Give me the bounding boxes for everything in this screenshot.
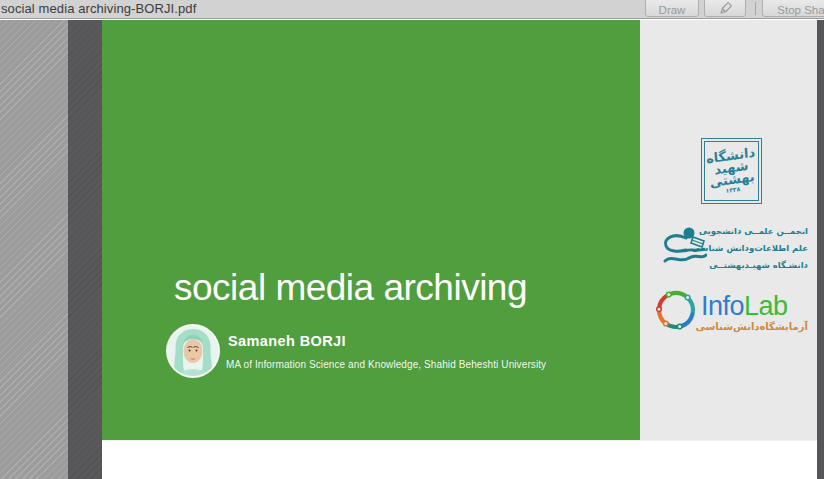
association-logo: انجمــن علمــی دانشجویی علم اطلاعات‌ودان…	[696, 223, 808, 274]
screen-share-viewport: social media archiving-BORJI.pdf Draw St…	[0, 0, 824, 479]
window-titlebar: social media archiving-BORJI.pdf Draw St…	[0, 0, 824, 19]
infolab-logo: InfoLab	[701, 291, 788, 322]
next-page	[102, 440, 817, 479]
draw-button[interactable]: Draw	[645, 0, 699, 17]
association-line-2: علم اطلاعات‌ودانش شناسی	[696, 240, 808, 257]
infolab-word-lab: Lab	[744, 291, 788, 321]
pen-tool-button[interactable]	[704, 0, 746, 17]
document-title: social media archiving-BORJI.pdf	[1, 1, 196, 16]
page-gutter	[68, 20, 102, 479]
presenter-avatar	[168, 326, 218, 376]
pen-icon	[718, 1, 733, 18]
portrait-icon	[168, 326, 218, 376]
slide-page: social media archiving Samaneh BORJI MA …	[102, 20, 640, 440]
canvas-texture	[0, 20, 68, 479]
viewport-edge	[817, 20, 824, 479]
association-line-1: انجمــن علمــی دانشجویی	[696, 223, 808, 240]
toolbar-separator	[755, 2, 756, 15]
association-line-3: دانشـگاه شهیـدبهشتــی	[696, 257, 808, 274]
sbu-logo: دانشگاه شهید بهشتی ۱۳۳۸	[701, 138, 762, 204]
slide-logo-panel: دانشگاه شهید بهشتی ۱۳۳۸ انجمــن علمــی	[640, 20, 817, 440]
presenter-name: Samaneh BORJI	[228, 333, 346, 349]
infolab-ring-icon	[653, 287, 699, 337]
stop-sharing-button[interactable]: Stop Sha	[762, 0, 824, 17]
infolab-word-info: Info	[701, 291, 744, 321]
presenter-affiliation: MA of Information Science and Knowledge,…	[226, 359, 546, 370]
sbu-emblem-icon: دانشگاه شهید بهشتی ۱۳۳۸	[706, 146, 758, 196]
infolab-caption: آزمایشگاه‌دانش‌شناسی	[698, 321, 808, 332]
slide-title: social media archiving	[174, 267, 527, 309]
